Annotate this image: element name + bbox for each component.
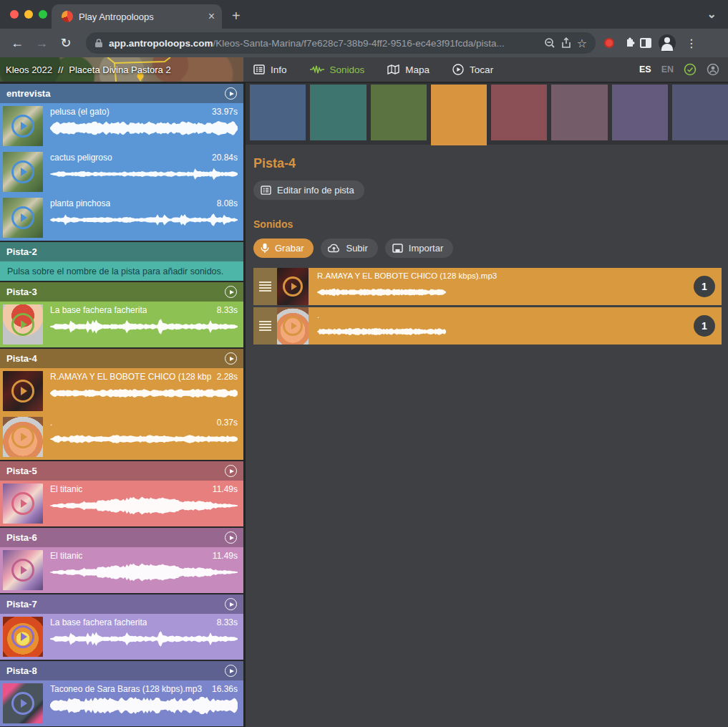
sound-item[interactable]: El titanic11.49s	[0, 481, 243, 526]
breadcrumb[interactable]: Kleos 2022 // Placeta Divina Pastora 2	[6, 57, 171, 82]
forward-button[interactable]: →	[31, 33, 52, 53]
fullscreen-window-button[interactable]	[39, 10, 47, 19]
extensions-puzzle-icon[interactable]	[623, 37, 636, 49]
new-tab-button[interactable]: +	[232, 8, 241, 24]
nav-item-mapa[interactable]: Mapa	[387, 64, 429, 75]
sound-item[interactable]: R.AMAYA Y EL BOBOTE CHICO (128 kbps)....…	[0, 368, 243, 414]
sound-thumbnail[interactable]	[3, 617, 43, 657]
waveform	[50, 164, 238, 184]
url-text[interactable]: app.antropoloops.com/Kleos-Santa-Marina/…	[109, 38, 538, 49]
nav-item-tocar[interactable]: Tocar	[452, 64, 493, 75]
sound-thumbnail[interactable]	[3, 483, 43, 524]
nav-item-sonidos[interactable]: Sonidos	[310, 64, 365, 75]
record-button[interactable]: Grabar	[253, 239, 314, 258]
zoom-out-icon[interactable]	[544, 37, 555, 49]
reload-button[interactable]: ↻	[56, 33, 76, 53]
nav-label-info: Info	[271, 64, 287, 75]
swatch-pista-7[interactable]	[612, 85, 668, 140]
loop-count-badge: 1	[694, 276, 715, 297]
sound-thumbnail[interactable]	[3, 198, 43, 238]
sound-item[interactable]: cactus peligroso20.84s	[0, 149, 243, 195]
nav-item-info[interactable]: Info	[253, 64, 287, 75]
sound-thumbnail[interactable]	[3, 417, 43, 457]
lang-toggle-en[interactable]: EN	[661, 64, 674, 74]
close-tab-icon[interactable]: ×	[208, 11, 215, 22]
swatch-pista-4-active[interactable]	[431, 85, 487, 145]
minimize-window-button[interactable]	[24, 10, 33, 19]
sound-thumbnail[interactable]	[277, 307, 309, 345]
track-title[interactable]: Pista-6	[6, 532, 225, 543]
track-header[interactable]: Pista-6	[0, 528, 243, 547]
track-title[interactable]: Pista-7	[6, 599, 225, 610]
sound-item[interactable]: .0.37s	[0, 414, 243, 460]
play-track-button[interactable]	[225, 87, 237, 100]
play-track-button[interactable]	[225, 598, 237, 610]
sound-thumbnail[interactable]	[277, 268, 309, 305]
track-title[interactable]: Pista-4	[6, 353, 225, 364]
account-icon[interactable]	[707, 63, 719, 76]
swatch-pista-6[interactable]	[551, 85, 607, 140]
play-track-button[interactable]	[225, 465, 237, 477]
share-icon[interactable]	[561, 37, 571, 49]
swatch-pista-3[interactable]	[371, 85, 427, 140]
track-header[interactable]: Pista-5	[0, 461, 243, 481]
browser-menu-icon[interactable]: ⋮	[686, 37, 697, 50]
microphone-icon	[261, 243, 269, 254]
address-bar[interactable]: app.antropoloops.com/Kleos-Santa-Marina/…	[86, 32, 596, 54]
track-header[interactable]: Pista-3	[0, 282, 243, 302]
sound-name: .	[309, 307, 722, 319]
sound-item[interactable]: planta pinchosa8.08s	[0, 195, 243, 241]
sound-thumbnail[interactable]	[3, 304, 43, 345]
swatch-pista-5[interactable]	[491, 85, 547, 140]
play-track-button[interactable]	[225, 286, 237, 298]
close-window-button[interactable]	[10, 10, 19, 19]
sound-name: .	[50, 418, 52, 428]
drag-handle[interactable]	[253, 268, 277, 305]
window-controls[interactable]	[10, 10, 47, 19]
sound-item[interactable]: La base fachera facherita8.33s	[0, 614, 243, 660]
track-header[interactable]: entrevista	[0, 84, 243, 103]
track-header[interactable]: Pista-7	[0, 594, 243, 614]
track-header[interactable]: Pista-2	[0, 242, 243, 261]
sound-name: El titanic	[50, 551, 82, 561]
swatch-pista-8[interactable]	[672, 85, 728, 140]
back-button[interactable]: ←	[7, 33, 27, 53]
import-button[interactable]: Importar	[385, 239, 453, 258]
play-track-button[interactable]	[225, 531, 237, 544]
play-track-button[interactable]	[225, 352, 237, 365]
sound-thumbnail[interactable]	[3, 683, 43, 723]
waveform	[50, 210, 238, 230]
sound-row[interactable]: . 1	[253, 307, 722, 345]
record-extension-icon[interactable]	[604, 38, 614, 48]
browser-tab[interactable]: Play Antropoloops ×	[52, 4, 222, 29]
bookmark-star-icon[interactable]: ☆	[577, 37, 587, 50]
track-title[interactable]: Pista-8	[6, 665, 225, 676]
swatch-pista-2[interactable]	[310, 85, 366, 140]
track-title[interactable]: entrevista	[6, 88, 225, 99]
play-track-button[interactable]	[225, 665, 237, 677]
sound-thumbnail[interactable]	[3, 106, 43, 146]
track-title[interactable]: Pista-3	[6, 287, 225, 297]
track-header[interactable]: Pista-8	[0, 661, 243, 680]
track-title[interactable]: Pista-2	[6, 246, 237, 257]
sound-item[interactable]: El titanic11.49s	[0, 547, 243, 593]
breadcrumb-project[interactable]: Kleos 2022	[6, 64, 52, 75]
track-title[interactable]: Pista-5	[6, 466, 225, 476]
sound-item[interactable]: Taconeo de Sara Baras (128 kbps).mp316.3…	[0, 680, 243, 726]
header-right: ES EN	[639, 63, 728, 76]
sound-item[interactable]: pelusa (el gato)33.97s	[0, 103, 243, 149]
sound-thumbnail[interactable]	[3, 550, 43, 590]
track-header[interactable]: Pista-4	[0, 349, 243, 368]
sound-item[interactable]: La base fachera facherita8.33s	[0, 302, 243, 347]
side-panel-icon[interactable]	[640, 38, 651, 48]
sound-thumbnail[interactable]	[3, 371, 43, 411]
lang-toggle-es[interactable]: ES	[639, 64, 651, 74]
upload-button[interactable]: Subir	[321, 239, 377, 258]
profile-avatar[interactable]	[659, 34, 676, 52]
sound-row[interactable]: R.AMAYA Y EL BOBOTE CHICO (128 kbps).mp3…	[253, 268, 722, 305]
sound-thumbnail[interactable]	[3, 152, 43, 192]
edit-track-info-button[interactable]: Editar info de pista	[253, 180, 364, 200]
drag-handle[interactable]	[253, 307, 277, 345]
swatch-pista-1[interactable]	[250, 85, 306, 140]
tab-search-chevron-icon[interactable]: ⌄	[707, 7, 717, 21]
